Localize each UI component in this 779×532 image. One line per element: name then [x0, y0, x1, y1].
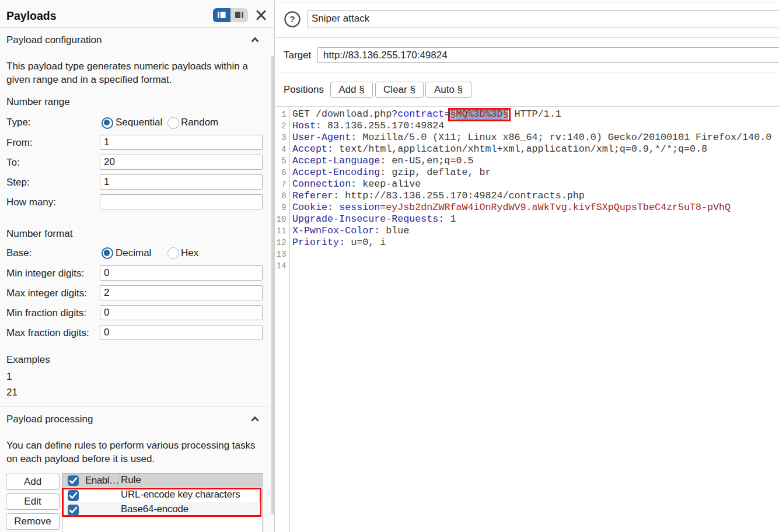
svg-text:?: ?	[289, 14, 295, 24]
